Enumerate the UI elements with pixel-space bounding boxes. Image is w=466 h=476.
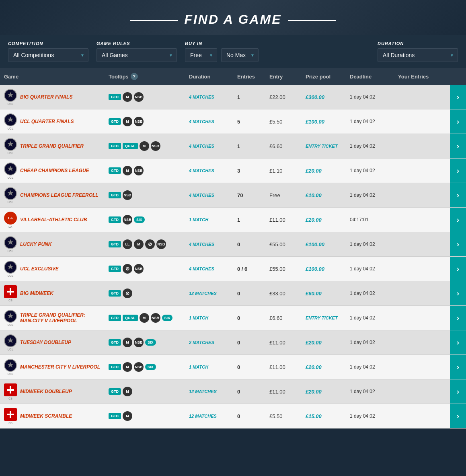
entries-cell: 5 bbox=[233, 115, 265, 128]
game-name[interactable]: CHEAP CHAMPIONS LEAGUE bbox=[20, 168, 89, 173]
duration-label: DURATION bbox=[378, 41, 458, 46]
game-name[interactable]: LUCKY PUNK bbox=[20, 241, 51, 247]
badge-gtd: GTD bbox=[109, 216, 121, 223]
badge-nsb: NSB bbox=[156, 239, 166, 249]
competition-label: COMPETITION bbox=[8, 41, 88, 46]
deadline-value: 1 day 04:02 bbox=[350, 389, 375, 394]
badge-gtd: GTD bbox=[109, 388, 121, 395]
row-arrow[interactable]: › bbox=[450, 330, 466, 354]
entries-value: 0 bbox=[237, 315, 240, 321]
entry-cell: Free bbox=[265, 189, 302, 202]
league-icon-ucl: UCL bbox=[4, 187, 17, 204]
game-rules-select[interactable]: All Games GTD Qualifier Multi bbox=[96, 48, 177, 62]
game-name-cell: UCL UCL EXCLUSIVE bbox=[0, 258, 105, 280]
deadline-value: 1 day 04:02 bbox=[350, 192, 375, 198]
table-row: UCL UCL EXCLUSIVE GTD⊘NSB 4 MATCHES 0 / … bbox=[0, 257, 466, 281]
your-entries-cell bbox=[394, 339, 450, 346]
table-row: UCL CHEAP CHAMPIONS LEAGUE GTDMNSB 4 MAT… bbox=[0, 159, 466, 183]
entries-value: 1 bbox=[237, 217, 240, 223]
game-name-cell: UCL CHEAP CHAMPIONS LEAGUE bbox=[0, 159, 105, 182]
duration-text: 4 MATCHES bbox=[189, 168, 214, 173]
row-arrow[interactable]: › bbox=[450, 109, 466, 134]
help-icon[interactable]: ? bbox=[131, 73, 138, 80]
tooltip-cell: GTDQUALMNSBSIX bbox=[105, 311, 185, 325]
game-name[interactable]: TUESDAY DOUBLEUP bbox=[20, 340, 71, 345]
row-arrow[interactable]: › bbox=[450, 306, 466, 330]
tooltip-cell: GTD⊘ bbox=[105, 286, 185, 300]
league-icon-ucl: UCL bbox=[4, 359, 17, 375]
duration-text: 2 MATCHES bbox=[189, 340, 214, 345]
game-name[interactable]: MIDWEEK DOUBLEUP bbox=[20, 389, 72, 394]
row-arrow[interactable]: › bbox=[450, 379, 466, 404]
tooltip-cell: GTD⊘NSB bbox=[105, 262, 185, 276]
entry-cell: £11.00 bbox=[265, 214, 302, 226]
game-name[interactable]: CHAMPIONS LEAGUE FREEROLL bbox=[20, 192, 99, 198]
prize-cell: £20.00 bbox=[302, 165, 346, 177]
badge-nsb: NSB bbox=[151, 141, 160, 151]
deadline-value: 1 day 04:02 bbox=[350, 291, 375, 296]
row-arrow[interactable]: › bbox=[450, 281, 466, 305]
duration-text: 12 MATCHES bbox=[189, 414, 217, 418]
row-arrow[interactable]: › bbox=[450, 134, 466, 158]
deadline-cell: 1 day 04:02 bbox=[346, 165, 394, 177]
league-icon-cs: CS bbox=[4, 383, 17, 400]
row-arrow[interactable]: › bbox=[450, 183, 466, 207]
duration-select[interactable]: All Durations 1 Match 2 Matches 4 Matche… bbox=[378, 48, 458, 62]
row-arrow[interactable]: › bbox=[450, 85, 466, 109]
badge-nsb: NSB bbox=[134, 338, 144, 347]
deadline-value: 1 day 04:02 bbox=[350, 119, 375, 124]
game-name[interactable]: TRIPLE GRAND QUALIFIER bbox=[20, 143, 84, 149]
game-name[interactable]: BIG MIDWEEK bbox=[20, 291, 53, 296]
deadline-cell: 1 day 04:02 bbox=[346, 287, 394, 299]
entry-value: £33.00 bbox=[269, 291, 285, 297]
league-icon-ucl: UCL bbox=[4, 236, 17, 253]
duration-cell: 12 MATCHES bbox=[185, 288, 233, 299]
prize-amount: £60.00 bbox=[306, 291, 322, 297]
game-name[interactable]: MANCHESTER CITY V LIVERPOOL bbox=[20, 364, 100, 370]
entry-value: £11.00 bbox=[269, 217, 285, 223]
entries-cell: 0 bbox=[233, 410, 265, 422]
game-name[interactable]: VILLAREAL-ATHLETIC CLUB bbox=[20, 217, 87, 223]
tooltip-cell: GTDNSBSIX bbox=[105, 213, 185, 227]
deadline-cell: 1 day 04:02 bbox=[346, 263, 394, 275]
your-entries-cell bbox=[394, 388, 450, 395]
filter-buy-in: BUY IN Free £1 £5 £10 No Max £5 £10 £50 bbox=[185, 41, 259, 62]
game-name-cell: UCL TUESDAY DOUBLEUP bbox=[0, 331, 105, 354]
buy-in-max-select[interactable]: No Max £5 £10 £50 bbox=[221, 48, 259, 62]
competition-select[interactable]: All Competitions UCL La Liga Championshi… bbox=[8, 48, 88, 62]
badge-z: ⊘ bbox=[123, 264, 132, 274]
badge-m: M bbox=[134, 239, 144, 249]
prize-amount: £100.00 bbox=[306, 266, 324, 272]
game-name[interactable]: MIDWEEK SCRAMBLE bbox=[20, 413, 72, 419]
league-icon-ucl: UCL bbox=[4, 113, 17, 130]
game-name[interactable]: UCL QUARTER FINALS bbox=[20, 119, 74, 124]
row-arrow[interactable]: › bbox=[450, 355, 466, 379]
entry-cell: £6.60 bbox=[265, 140, 302, 152]
row-arrow[interactable]: › bbox=[450, 159, 466, 183]
entries-cell: 70 bbox=[233, 189, 265, 202]
row-arrow[interactable]: › bbox=[450, 232, 466, 256]
prize-amount: £10.00 bbox=[306, 192, 322, 198]
badge-nsb: NSB bbox=[123, 215, 132, 225]
entry-value: £55.00 bbox=[269, 266, 285, 272]
arrow-icon: › bbox=[457, 191, 459, 200]
badge-gtd: GTD bbox=[109, 167, 121, 174]
prize-amount: £15.00 bbox=[306, 413, 322, 419]
row-arrow[interactable]: › bbox=[450, 208, 466, 232]
prize-cell: £10.00 bbox=[302, 189, 346, 202]
game-name[interactable]: BIG QUARTER FINALS bbox=[20, 94, 72, 100]
prize-cell: £20.00 bbox=[302, 336, 346, 349]
game-name-cell: UCL MANCHESTER CITY V LIVERPOOL bbox=[0, 356, 105, 379]
row-arrow[interactable]: › bbox=[450, 257, 466, 281]
duration-text: 12 MATCHES bbox=[189, 291, 217, 296]
prize-cell: £300.00 bbox=[302, 91, 346, 103]
game-name[interactable]: UCL EXCLUSIVE bbox=[20, 266, 59, 272]
filter-game-rules: GAME RULES All Games GTD Qualifier Multi bbox=[96, 41, 177, 62]
buy-in-min-select[interactable]: Free £1 £5 £10 bbox=[185, 48, 217, 62]
game-name[interactable]: TRIPLE GRAND QUALIFIER:MAN.CITY V LIVERP… bbox=[20, 312, 85, 324]
entries-cell: 1 bbox=[233, 140, 265, 152]
badge-gtd: GTD bbox=[109, 94, 121, 100]
badge-nsb: NSB bbox=[134, 117, 144, 126]
row-arrow[interactable]: › bbox=[450, 404, 466, 428]
tooltip-cell: GTDMNSBSIX bbox=[105, 336, 185, 349]
